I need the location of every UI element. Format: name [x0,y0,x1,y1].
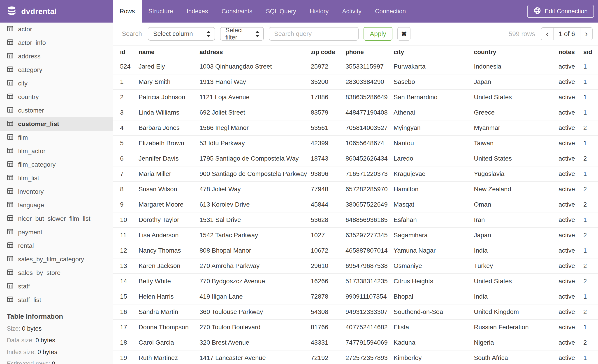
edit-connection-button[interactable]: Edit Connection [527,5,594,18]
sidebar-item-staff-list[interactable]: staff_list [0,293,113,307]
cell-country[interactable]: Japan [474,227,558,243]
tab-rows[interactable]: Rows [113,0,142,23]
table-row[interactable]: 9Margaret Moore613 Korolev Drive45844380… [113,197,598,212]
cell-address[interactable]: 1003 Qinhuangdao Street [199,59,311,74]
table-row[interactable]: 10Dorothy Taylor1531 Sal Drive5362864885… [113,212,598,227]
cell-phone[interactable]: 695479687538 [346,258,394,274]
cell-country[interactable]: United States [474,151,558,166]
cell-sid[interactable]: 1 [583,166,598,182]
cell-notes[interactable]: active [558,289,583,304]
cell-name[interactable]: Karen Jackson [139,258,199,274]
cell-address[interactable]: 419 Iligan Lane [199,289,311,304]
cell-zip-code[interactable]: 72192 [311,350,346,364]
cell-zip-code[interactable]: 54308 [311,304,346,320]
cell-sid[interactable]: 1 [583,74,598,89]
table-row[interactable]: 17Donna Thompson270 Toulon Boulevard8176… [113,320,598,335]
sidebar-item-sales-by-store[interactable]: sales_by_store [0,266,113,280]
cell-phone[interactable]: 272572357893 [346,350,394,364]
cell-name[interactable]: Donna Thompson [139,320,199,335]
column-header-sid[interactable]: sid [583,45,598,59]
sidebar-item-customer[interactable]: customer [0,104,113,117]
cell-name[interactable]: Linda Williams [139,105,199,120]
cell-id[interactable]: 1 [113,74,139,89]
cell-id[interactable]: 5 [113,136,139,151]
cell-id[interactable]: 16 [113,304,139,320]
cell-city[interactable]: Yamuna Nagar [394,243,474,258]
cell-city[interactable]: Sagamihara [394,227,474,243]
previous-page-button[interactable]: ‹ [541,28,553,40]
column-header-address[interactable]: address [199,45,311,59]
cell-city[interactable]: Kaduna [394,335,474,350]
cell-city[interactable]: San Bernardino [394,89,474,105]
cell-city[interactable]: Masqat [394,197,474,212]
cell-id[interactable]: 524 [113,59,139,74]
cell-name[interactable]: Ruth Martinez [139,350,199,364]
cell-address[interactable]: 1913 Hanoi Way [199,74,311,89]
cell-city[interactable]: Athenai [394,105,474,120]
table-row[interactable]: 15Helen Harris419 Iligan Lane72878990911… [113,289,598,304]
cell-sid[interactable]: 1 [583,243,598,258]
cell-phone[interactable]: 10655648674 [346,136,394,151]
cell-zip-code[interactable]: 77948 [311,182,346,197]
table-row[interactable]: 12Nancy Thomas808 Bhopal Manor1067246588… [113,243,598,258]
cell-address[interactable]: 1566 Inegl Manor [199,120,311,136]
cell-city[interactable]: Purwakarta [394,59,474,74]
sidebar-item-film-category[interactable]: film_category [0,158,113,171]
table-row[interactable]: 14Betty White770 Bydgoszcz Avenue1626651… [113,274,598,289]
sidebar-item-film-list[interactable]: film_list [0,171,113,185]
cell-address[interactable]: 900 Santiago de Compostela Parkway [199,166,311,182]
table-row[interactable]: 3Linda Williams692 Joliet Street83579448… [113,105,598,120]
cell-phone[interactable]: 838635286649 [346,89,394,105]
cell-sid[interactable]: 1 [583,289,598,304]
cell-zip-code[interactable]: 43331 [311,335,346,350]
cell-country[interactable]: India [474,289,558,304]
cell-address[interactable]: 1795 Santiago de Compostela Way [199,151,311,166]
cell-notes[interactable]: active [558,197,583,212]
cell-city[interactable]: Myingyan [394,120,474,136]
cell-phone[interactable]: 517338314235 [346,274,394,289]
sidebar-item-address[interactable]: address [0,50,113,63]
sidebar-item-country[interactable]: country [0,90,113,104]
cell-country[interactable]: Japan [474,74,558,89]
cell-name[interactable]: Nancy Thomas [139,243,199,258]
table-row[interactable]: 6Jennifer Davis1795 Santiago de Composte… [113,151,598,166]
table-row[interactable]: 16Sandra Martin360 Toulouse Parkway54308… [113,304,598,320]
table-row[interactable]: 18Carol Garcia320 Brest Avenue4333174779… [113,335,598,350]
cell-country[interactable]: Greece [474,105,558,120]
sidebar-item-rental[interactable]: rental [0,239,113,253]
cell-phone[interactable]: 860452626434 [346,151,394,166]
cell-country[interactable]: India [474,243,558,258]
cell-zip-code[interactable]: 10672 [311,243,346,258]
cell-sid[interactable]: 1 [583,89,598,105]
cell-phone[interactable]: 380657522649 [346,197,394,212]
cell-notes[interactable]: active [558,243,583,258]
table-row[interactable]: 5Elizabeth Brown53 Idfu Parkway423991065… [113,136,598,151]
cell-notes[interactable]: active [558,59,583,74]
column-header-country[interactable]: country [474,45,558,59]
cell-id[interactable]: 8 [113,182,139,197]
cell-country[interactable]: Yugoslavia [474,166,558,182]
sidebar-item-staff[interactable]: staff [0,280,113,293]
cell-id[interactable]: 11 [113,227,139,243]
cell-sid[interactable]: 1 [583,136,598,151]
cell-address[interactable]: 1542 Tarlac Parkway [199,227,311,243]
cell-phone[interactable]: 657282285970 [346,182,394,197]
cell-notes[interactable]: active [558,304,583,320]
cell-name[interactable]: Sandra Martin [139,304,199,320]
cell-id[interactable]: 13 [113,258,139,274]
cell-country[interactable]: Myanmar [474,120,558,136]
cell-zip-code[interactable]: 29610 [311,258,346,274]
table-row[interactable]: 2Patricia Johnson1121 Loja Avenue1788683… [113,89,598,105]
cell-notes[interactable]: active [558,74,583,89]
cell-id[interactable]: 19 [113,350,139,364]
column-header-name[interactable]: name [139,45,199,59]
cell-country[interactable]: Iran [474,212,558,227]
cell-zip-code[interactable]: 25972 [311,59,346,74]
cell-city[interactable]: Citrus Heights [394,274,474,289]
table-row[interactable]: 13Karen Jackson270 Amroha Parkway2961069… [113,258,598,274]
cell-phone[interactable]: 747791594069 [346,335,394,350]
sidebar-item-film[interactable]: film [0,131,113,144]
tab-constraints[interactable]: Constraints [215,0,259,23]
cell-sid[interactable]: 1 [583,105,598,120]
sidebar-item-inventory[interactable]: inventory [0,185,113,198]
